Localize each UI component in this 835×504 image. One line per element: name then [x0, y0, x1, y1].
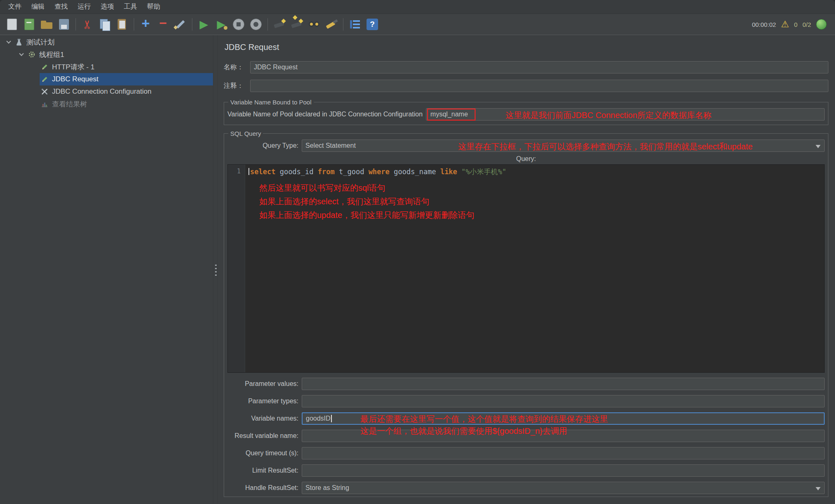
query-type-value: Select Statement — [305, 142, 356, 149]
tree-item-label: JDBC Connection Configuration — [52, 88, 151, 96]
open-button[interactable] — [38, 16, 55, 33]
sql-editor[interactable]: 1 select goods_id from t_good where good… — [227, 164, 825, 373]
page-title: JDBC Request — [225, 43, 828, 52]
toolbar-separator — [343, 18, 343, 31]
help-button[interactable] — [364, 16, 381, 33]
toolbar-separator — [192, 18, 192, 31]
parameter-types-input[interactable] — [302, 395, 825, 407]
open-folder-icon — [39, 17, 54, 32]
menu-search[interactable]: 查找 — [50, 0, 73, 13]
menu-run[interactable]: 运行 — [73, 0, 96, 13]
cut-button[interactable] — [79, 16, 96, 33]
variable-names-label: Variable names: — [227, 415, 298, 422]
test-plan-icon — [15, 38, 23, 46]
clear-all-icon — [289, 17, 304, 32]
handle-resultset-label: Handle ResultSet: — [227, 484, 298, 492]
expand-all-button[interactable] — [137, 16, 154, 33]
comments-input[interactable] — [250, 80, 828, 92]
function-helper-button[interactable] — [346, 16, 364, 33]
tree-expand-arrow[interactable] — [3, 41, 14, 43]
sql-token: like — [440, 168, 457, 176]
pool-variable-input[interactable]: mysql_name 这里就是我们前面JDBC Connection所定义的数据… — [426, 108, 825, 121]
name-input[interactable]: JDBC Request — [250, 61, 828, 73]
chevron-down-icon — [6, 39, 11, 43]
sql-token: t_good — [335, 168, 369, 176]
query-timeout-label: Query timeout (s): — [227, 450, 298, 457]
chevron-down-icon — [19, 51, 24, 56]
text-caret — [331, 415, 332, 422]
tree-item-thread-group[interactable]: 线程组1 — [0, 48, 213, 61]
active-threads: 0/2 — [802, 21, 811, 28]
shutdown-button[interactable] — [247, 16, 265, 33]
new-file-button[interactable] — [3, 16, 21, 33]
name-label: 名称： — [224, 63, 247, 72]
query-type-row: Query Type: Select Statement 这里存在下拉框，下拉后… — [227, 140, 825, 152]
sql-token: goods_name — [390, 168, 440, 176]
variable-names-value: goodsID — [306, 415, 331, 422]
templates-button[interactable] — [21, 16, 38, 33]
main-panel: JDBC Request 名称： JDBC Request 注释： Variab… — [218, 35, 835, 504]
limit-resultset-label: Limit ResultSet: — [227, 467, 298, 474]
tree-item-http-request[interactable]: HTTP请求 - 1 — [0, 61, 213, 73]
toolbar-separator — [76, 18, 76, 31]
shutdown-icon — [248, 17, 263, 32]
toggle-button[interactable] — [172, 16, 189, 33]
handle-resultset-select[interactable]: Store as String — [302, 482, 825, 494]
tree-item-jdbc-request[interactable]: JDBC Request — [0, 73, 213, 85]
save-button[interactable] — [55, 16, 73, 33]
copy-button[interactable] — [96, 16, 114, 33]
toolbar-separator — [134, 18, 134, 31]
search-button[interactable] — [305, 16, 323, 33]
collapse-all-button[interactable] — [154, 16, 172, 33]
tree-item-jdbc-connection-config[interactable]: JDBC Connection Configuration — [0, 85, 213, 98]
annotation-line: 这是一个组，也就是说我们需要使用${goodsID_n}去调用 — [360, 425, 608, 437]
panel-splitter[interactable] — [213, 35, 218, 504]
search-reset-button[interactable] — [323, 16, 340, 33]
tree-expand-arrow[interactable] — [16, 54, 27, 55]
clear-all-button[interactable] — [288, 16, 305, 33]
annotation-pool-note: 这里就是我们前面JDBC Connection所定义的数据库名称 — [506, 110, 712, 121]
comments-label: 注释： — [224, 82, 247, 90]
toolbar-separator — [267, 18, 268, 31]
menu-tools[interactable]: 工具 — [119, 0, 142, 13]
query-type-select[interactable]: Select Statement 这里存在下拉框，下拉后可以选择多种查询方法，我… — [302, 140, 825, 152]
line-number: 1 — [237, 168, 241, 175]
parameter-values-input[interactable] — [302, 378, 825, 390]
splitter-grip-icon[interactable] — [215, 265, 217, 277]
menu-options[interactable]: 选项 — [96, 0, 119, 13]
pool-row: Variable Name of Pool declared in JDBC C… — [227, 108, 825, 121]
handle-resultset-value: Store as String — [305, 484, 349, 492]
comments-row: 注释： — [224, 80, 828, 92]
app-window: 文件编辑查找运行选项工具帮助 00:00:02 0 0/2 测试计划线程组1HT… — [0, 0, 835, 504]
menu-help[interactable]: 帮助 — [142, 0, 165, 13]
templates-icon — [22, 17, 37, 32]
tree-item-label: 线程组1 — [39, 50, 64, 59]
plus-icon — [138, 17, 153, 32]
menu-file[interactable]: 文件 — [3, 0, 26, 13]
variable-names-input[interactable]: goodsID最后还需要在这里写一个值，这个值就是将查询到的结果保存进这里这是一… — [302, 412, 825, 425]
annotation-line: 如果上面选择的select，我们这里就写查询语句 — [259, 195, 474, 208]
content-area: 测试计划线程组1HTTP请求 - 1JDBC RequestJDBC Conne… — [0, 35, 835, 504]
warning-triangle-icon[interactable] — [781, 20, 789, 29]
paste-icon — [115, 17, 130, 32]
tree-item-view-results-tree[interactable]: 查看结果树 — [0, 98, 213, 110]
sampler-pencil-icon — [40, 63, 49, 71]
parameter-types-row: Parameter types: — [227, 395, 825, 407]
elapsed-time: 00:00:02 — [752, 21, 776, 28]
sql-query-group: SQL Query Query Type: Select Statement 这… — [224, 130, 828, 497]
pencil-icon — [173, 17, 188, 32]
start-no-pauses-button[interactable] — [213, 16, 230, 33]
warning-count: 0 — [794, 21, 797, 28]
play-icon — [196, 17, 211, 32]
stop-button[interactable] — [230, 16, 247, 33]
play-fast-icon — [214, 17, 229, 32]
paste-button[interactable] — [114, 16, 131, 33]
clear-button[interactable] — [271, 16, 288, 33]
query-timeout-input[interactable] — [302, 447, 825, 459]
sql-token: goods_id — [275, 168, 317, 176]
limit-resultset-input[interactable] — [302, 464, 825, 477]
stop-icon — [231, 17, 246, 32]
start-button[interactable] — [195, 16, 213, 33]
menu-edit[interactable]: 编辑 — [26, 0, 50, 13]
tree-item-test-plan[interactable]: 测试计划 — [0, 36, 213, 48]
